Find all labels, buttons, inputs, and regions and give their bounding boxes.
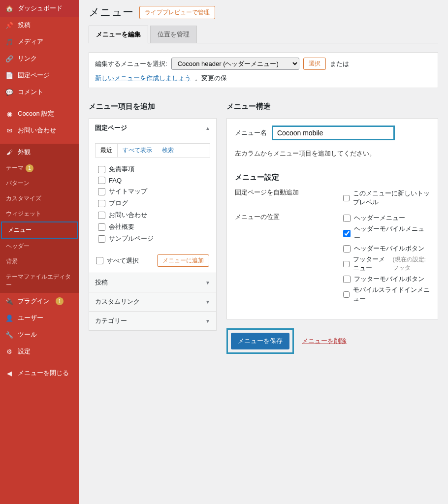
- auto-add-option[interactable]: このメニューに新しいトップレベル: [343, 188, 430, 208]
- select-tail: 。変更の保: [195, 74, 227, 83]
- location-checkbox[interactable]: [343, 215, 351, 222]
- sidebar-item-users[interactable]: 👤ユーザー: [0, 310, 79, 326]
- sidebar-item-contact[interactable]: ✉お問い合わせ: [0, 122, 79, 139]
- chevron-down-icon: ▼: [205, 318, 210, 324]
- page-item[interactable]: お問い合わせ: [98, 209, 207, 221]
- page-checkbox[interactable]: [98, 212, 105, 219]
- location-label: メニューの位置: [235, 213, 343, 221]
- location-option[interactable]: モバイルスライドインメニュー: [343, 284, 430, 304]
- page-checkbox[interactable]: [98, 188, 105, 195]
- settings-title: メニュー設定: [235, 173, 430, 182]
- live-preview-button[interactable]: ライブプレビューで管理: [139, 6, 215, 19]
- submenu-background[interactable]: 背景: [0, 254, 79, 269]
- link-icon: 🔗: [5, 54, 14, 63]
- page-item[interactable]: サンプルページ: [98, 233, 207, 245]
- location-checkbox[interactable]: [343, 245, 351, 252]
- page-checkbox[interactable]: [98, 223, 105, 231]
- page-item[interactable]: サイトマップ: [98, 186, 207, 197]
- sidebar-item-collapse[interactable]: ◀メニューを閉じる: [0, 365, 79, 381]
- sidebar-item-comments[interactable]: 💬コメント: [0, 84, 79, 100]
- nav-tabs: メニューを編集 位置を管理: [89, 26, 438, 43]
- cocoon-icon: ◉: [5, 109, 14, 118]
- add-to-menu-button[interactable]: メニューに追加: [157, 254, 209, 267]
- menu-select-row: 編集するメニューを選択: Cocoon header (ヘッダーメニュー) 選択…: [89, 52, 438, 88]
- sidebar-item-plugins[interactable]: 🔌プラグイン1: [0, 293, 79, 310]
- submenu-header[interactable]: ヘッダー: [0, 239, 79, 254]
- sidebar-item-settings[interactable]: ⚙設定: [0, 343, 79, 360]
- chevron-down-icon: ▼: [205, 280, 210, 285]
- page-checkbox[interactable]: [98, 166, 105, 173]
- menu-name-label: メニュー名: [235, 128, 267, 137]
- tab-edit-menus[interactable]: メニューを編集: [89, 26, 148, 43]
- page-item[interactable]: 免責事項: [98, 163, 207, 175]
- wrench-icon: 🔧: [5, 330, 14, 339]
- submenu-widgets[interactable]: ウィジェット: [0, 206, 79, 221]
- menu-name-input[interactable]: [272, 126, 395, 140]
- submenu-patterns[interactable]: パターン: [0, 176, 79, 191]
- acc-pages-body: 最近 すべて表示 検索 免責事項FAQサイトマップブログお問い合わせ会社概要サン…: [89, 143, 216, 273]
- acc-custom-head[interactable]: カスタムリンク▼: [89, 292, 216, 311]
- plugin-icon: 🔌: [5, 297, 14, 306]
- tab-manage-locations[interactable]: 位置を管理: [150, 26, 197, 43]
- acc-categories-head[interactable]: カテゴリー▼: [89, 311, 216, 330]
- collapse-icon: ◀: [5, 369, 14, 378]
- page-item[interactable]: 会社概要: [98, 221, 207, 233]
- auto-add-label: 固定ページを自動追加: [235, 188, 343, 197]
- main-content: メニュー ライブプレビューで管理 メニューを編集 位置を管理 編集するメニューを…: [79, 0, 448, 504]
- pages-tab-recent[interactable]: 最近: [96, 144, 118, 157]
- page-item[interactable]: FAQ: [98, 175, 207, 186]
- structure-title: メニュー構造: [226, 102, 438, 111]
- user-icon: 👤: [5, 314, 14, 322]
- pages-tab-all[interactable]: すべて表示: [118, 144, 157, 157]
- page-checkbox[interactable]: [98, 200, 105, 207]
- select-all-checkbox[interactable]: [96, 257, 103, 264]
- sidebar-item-cocoon[interactable]: ◉Cocoon 設定: [0, 105, 79, 122]
- location-option[interactable]: ヘッダーメニュー: [343, 213, 430, 223]
- admin-sidebar: 🏠ダッシュボード 📌投稿 🎵メディア 🔗リンク 📄固定ページ 💬コメント ◉Co…: [0, 0, 79, 504]
- media-icon: 🎵: [5, 37, 14, 46]
- submenu-theme-editor[interactable]: テーマファイルエディター: [0, 269, 79, 293]
- page-icon: 📄: [5, 71, 14, 80]
- pages-tab-search[interactable]: 検索: [157, 144, 179, 157]
- chevron-down-icon: ▼: [205, 299, 210, 305]
- acc-posts-head[interactable]: 投稿▼: [89, 273, 216, 292]
- location-checkbox[interactable]: [343, 230, 351, 237]
- sidebar-item-posts[interactable]: 📌投稿: [0, 17, 79, 33]
- sidebar-item-pages[interactable]: 📄固定ページ: [0, 67, 79, 84]
- create-menu-link[interactable]: 新しいメニューを作成しましょう: [95, 74, 191, 83]
- location-checkbox[interactable]: [343, 276, 351, 283]
- comment-icon: 💬: [5, 88, 14, 96]
- location-option[interactable]: ヘッダーモバイルメニュー: [343, 223, 430, 243]
- menu-hint: 左カラムからメニュー項目を追加してください。: [235, 149, 430, 158]
- select-all-row[interactable]: すべて選択: [96, 255, 139, 267]
- acc-pages-head[interactable]: 固定ページ ▲: [89, 119, 216, 137]
- location-option[interactable]: ヘッダーモバイルボタン: [343, 243, 430, 254]
- submenu-customize[interactable]: カスタマイズ: [0, 191, 79, 206]
- page-item[interactable]: ブログ: [98, 197, 207, 209]
- sidebar-item-dashboard[interactable]: 🏠ダッシュボード: [0, 0, 79, 17]
- location-checkbox[interactable]: [343, 260, 350, 268]
- pin-icon: 📌: [5, 21, 14, 30]
- plugins-badge: 1: [56, 297, 64, 305]
- page-checkbox[interactable]: [98, 177, 105, 184]
- chevron-up-icon: ▲: [205, 126, 210, 131]
- brush-icon: 🖌: [5, 148, 14, 157]
- menu-panel: メニュー名 左カラムからメニュー項目を追加してください。 メニュー設定 固定ペー…: [226, 118, 438, 319]
- save-menu-button[interactable]: メニューを保存: [231, 333, 289, 349]
- menu-select[interactable]: Cocoon header (ヘッダーメニュー): [171, 58, 299, 70]
- location-checkbox[interactable]: [343, 291, 350, 298]
- submenu-menus[interactable]: メニュー: [1, 221, 78, 239]
- sidebar-item-appearance[interactable]: 🖌外観: [0, 144, 79, 160]
- location-option[interactable]: フッターモバイルボタン: [343, 274, 430, 284]
- delete-menu-link[interactable]: メニューを削除: [302, 337, 347, 346]
- page-checkbox[interactable]: [98, 235, 105, 243]
- location-option[interactable]: フッターメニュー (現在の設定: フッタ: [343, 254, 430, 274]
- appearance-submenu: テーマ1 パターン カスタマイズ ウィジェット メニュー ヘッダー 背景 テーマ…: [0, 160, 79, 293]
- sidebar-item-tools[interactable]: 🔧ツール: [0, 326, 79, 343]
- sidebar-item-links[interactable]: 🔗リンク: [0, 50, 79, 67]
- select-button[interactable]: 選択: [303, 58, 326, 70]
- auto-add-checkbox[interactable]: [343, 194, 350, 202]
- dashboard-icon: 🏠: [5, 4, 14, 13]
- submenu-themes[interactable]: テーマ1: [0, 160, 79, 176]
- sidebar-item-media[interactable]: 🎵メディア: [0, 33, 79, 50]
